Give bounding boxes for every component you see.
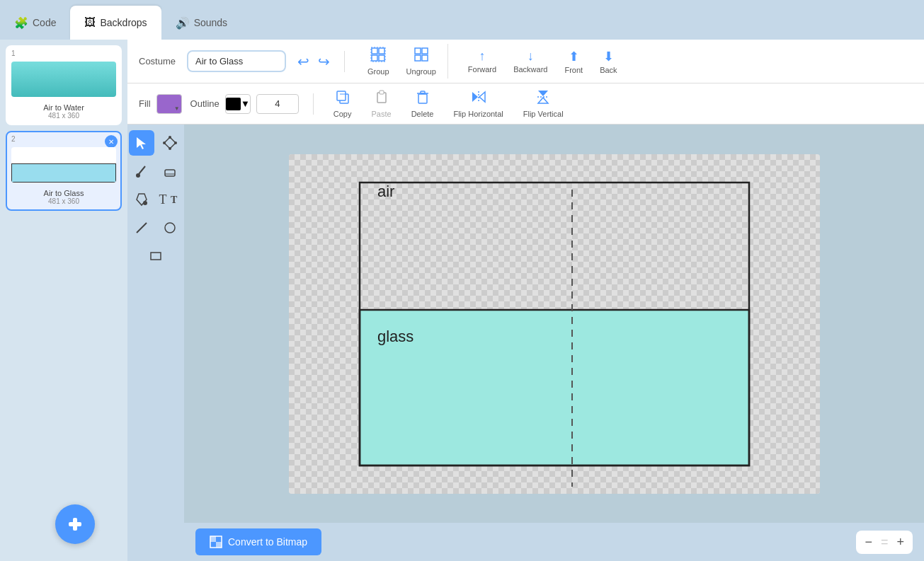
svg-rect-5	[379, 55, 384, 61]
delete-label: Delete	[411, 110, 434, 118]
svg-rect-10	[422, 55, 428, 61]
svg-rect-9	[415, 55, 421, 61]
eraser-tool[interactable]	[157, 158, 183, 184]
order-section: ↑ Forward ↓ Backward ⬆ Front ⬇ Back	[457, 46, 629, 77]
tab-sounds[interactable]: 🔊 Sounds	[161, 6, 241, 40]
flip-horizontal-label: Flip Horizontal	[453, 110, 503, 118]
svg-point-29	[169, 147, 171, 150]
outline-dropdown-arrow: ▼	[241, 98, 250, 109]
back-button[interactable]: ⬇ Back	[594, 46, 622, 77]
delete-costume-button[interactable]: ✕	[105, 135, 118, 148]
zoom-controls: − = +	[856, 531, 913, 554]
costume-list: 1 Air to Water 481 x 360 2 ✕ Air to Glas…	[0, 40, 127, 561]
delete-icon	[415, 89, 430, 108]
forward-button[interactable]: ↑ Forward	[462, 46, 502, 76]
svg-point-32	[136, 173, 140, 178]
costume-item-2[interactable]: 2 ✕ Air to Glass 481 x 360	[6, 131, 122, 211]
undo-button[interactable]: ↩	[295, 52, 312, 71]
costume-number-1: 1	[11, 50, 16, 57]
svg-rect-45	[360, 310, 749, 465]
flip-vertical-button[interactable]: Flip Vertical	[518, 86, 569, 121]
fill-tool[interactable]	[129, 187, 154, 212]
paste-button[interactable]: Paste	[366, 86, 397, 121]
forward-label: Forward	[468, 65, 496, 74]
copy-icon	[335, 89, 350, 108]
canvas-svg-area: air glass	[289, 154, 820, 494]
canvas-container[interactable]: air glass	[184, 125, 924, 523]
flip-horizontal-button[interactable]: Flip Horizontal	[447, 86, 508, 121]
tab-code-label: Code	[33, 17, 56, 28]
add-backdrop-button[interactable]	[55, 504, 95, 544]
copy-button[interactable]: Copy	[328, 86, 358, 121]
group-label: Group	[367, 67, 389, 76]
reshape-tool[interactable]	[157, 130, 183, 156]
costume-size-1: 481 x 360	[11, 112, 116, 120]
select-tool[interactable]	[129, 130, 154, 156]
copy-label: Copy	[333, 110, 352, 118]
canvas-svg: air glass	[289, 154, 820, 494]
group-button[interactable]: Group	[362, 44, 395, 79]
costume-label-text: Costume	[139, 56, 176, 66]
tool-row-4	[129, 215, 183, 241]
fill-label: Fill	[139, 98, 151, 109]
svg-rect-49	[210, 536, 216, 542]
undo-redo-group: ↩ ↪	[295, 52, 333, 71]
sounds-icon: 🔊	[176, 16, 190, 30]
convert-to-bitmap-button[interactable]: Convert to Bitmap	[195, 528, 321, 555]
line-tool[interactable]	[129, 215, 154, 241]
svg-rect-7	[415, 48, 421, 54]
svg-rect-50	[216, 542, 222, 548]
costume-name-input[interactable]	[187, 50, 286, 72]
fill-color-swatch[interactable]: ▼	[156, 94, 182, 114]
svg-rect-4	[372, 55, 377, 61]
outline-width-value[interactable]: 4	[256, 94, 299, 114]
fill-dropdown-arrow: ▼	[174, 105, 180, 112]
svg-rect-3	[379, 48, 384, 54]
backdrops-icon: 🖼	[84, 16, 96, 29]
costume-thumb-2	[11, 144, 116, 186]
front-button[interactable]: ⬆ Front	[559, 46, 588, 77]
brush-tool[interactable]	[129, 158, 154, 184]
glass-label: glass	[377, 328, 413, 345]
tab-backdrops[interactable]: 🖼 Backdrops	[70, 6, 161, 40]
toolbar-row1: Costume ↩ ↪ Group	[127, 40, 924, 83]
ungroup-label: Ungroup	[406, 67, 436, 76]
svg-point-36	[143, 201, 147, 205]
costume-thumb-1	[11, 58, 116, 100]
group-icon	[370, 47, 386, 66]
air-label: air	[377, 183, 394, 200]
ungroup-icon	[413, 47, 429, 66]
svg-point-27	[169, 136, 171, 139]
forward-icon: ↑	[479, 49, 485, 64]
outline-color-swatch[interactable]: ▼	[225, 94, 251, 114]
redo-button[interactable]: ↪	[315, 52, 333, 71]
tool-row-1	[129, 130, 183, 156]
svg-point-30	[163, 141, 166, 144]
svg-point-28	[174, 141, 177, 144]
backward-label: Backward	[513, 65, 547, 74]
rect-tool[interactable]	[143, 243, 169, 269]
zoom-out-button[interactable]: −	[862, 533, 875, 551]
backward-icon: ↓	[527, 49, 534, 64]
circle-tool[interactable]	[157, 215, 183, 241]
back-icon: ⬇	[603, 49, 614, 64]
costume-number-2: 2	[11, 135, 16, 143]
convert-icon	[210, 536, 222, 548]
delete-button[interactable]: Delete	[406, 86, 440, 121]
zoom-in-button[interactable]: +	[894, 533, 907, 551]
svg-marker-24	[538, 98, 548, 103]
svg-line-31	[139, 166, 145, 174]
ungroup-button[interactable]: Ungroup	[401, 44, 442, 79]
svg-rect-2	[372, 48, 377, 54]
backward-button[interactable]: ↓ Backward	[508, 46, 553, 76]
svg-rect-12	[337, 91, 346, 100]
costume-item-1[interactable]: 1 Air to Water 481 x 360	[6, 45, 122, 125]
svg-marker-25	[137, 137, 146, 149]
svg-marker-21	[479, 92, 485, 102]
costume-label-2: Air to Glass	[11, 189, 116, 197]
text-tool[interactable]: T T	[157, 187, 183, 212]
tab-code[interactable]: 🧩 Code	[0, 6, 70, 40]
flip-vertical-icon	[535, 89, 551, 108]
tab-backdrops-label: Backdrops	[100, 17, 147, 28]
fill-section: Fill ▼	[139, 94, 182, 114]
